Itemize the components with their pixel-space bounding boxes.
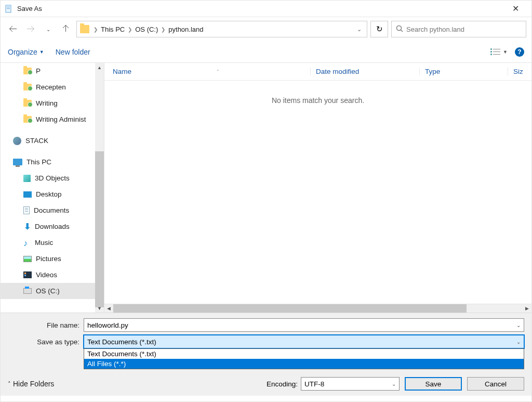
chevron-down-icon: ▼ [39, 49, 44, 55]
svg-rect-6 [490, 51, 492, 53]
sidebar-item-folder[interactable]: Writing [1, 95, 104, 111]
sidebar-item-folder[interactable]: Recepten [1, 79, 104, 95]
search-icon [396, 25, 403, 34]
forward-button[interactable]: 🡢 [23, 22, 38, 36]
sidebar-item-this-pc[interactable]: This PC [1, 154, 104, 170]
svg-rect-1 [7, 7, 10, 7]
chevron-right-icon: ❯ [160, 27, 166, 32]
app-icon [5, 5, 13, 13]
folder-icon [23, 68, 32, 74]
chevron-up-icon: ˄ [8, 381, 11, 387]
sidebar-item-drive-c[interactable]: OS (C:) [1, 283, 104, 299]
chevron-down-icon[interactable]: ⌄ [516, 339, 521, 345]
hide-folders-toggle[interactable]: ˄ Hide Folders [8, 380, 54, 388]
column-header-type[interactable]: Type [419, 68, 508, 75]
svg-rect-9 [493, 51, 500, 52]
close-button[interactable]: ✕ [503, 4, 527, 14]
horizontal-scrollbar[interactable]: ◀ ▶ [104, 304, 531, 313]
music-icon: ♪ [23, 239, 31, 247]
svg-rect-10 [493, 54, 500, 55]
svg-line-4 [401, 30, 403, 32]
breadcrumb-segment[interactable]: This PC [101, 25, 125, 33]
chevron-down-icon[interactable]: ⌄ [357, 26, 364, 33]
savetype-option-txt[interactable]: Text Documents (*.txt) [84, 349, 524, 359]
column-header-name[interactable]: Name˄ [113, 68, 310, 75]
column-headers: Name˄ Date modified Type Siz [104, 63, 531, 81]
savetype-combo[interactable]: Text Documents (*.txt) ⌄ [84, 335, 524, 348]
search-placeholder: Search python.land [406, 25, 464, 33]
sort-indicator-icon: ˄ [217, 69, 219, 74]
folder-icon [80, 25, 89, 33]
scrollbar-thumb[interactable] [113, 304, 467, 313]
cube-icon [23, 175, 31, 182]
breadcrumb-segment[interactable]: OS (C:) [135, 25, 158, 33]
filename-label: File name: [8, 321, 84, 329]
pc-icon [13, 159, 22, 165]
encoding-label: Encoding: [267, 380, 301, 388]
svg-rect-8 [493, 49, 500, 49]
folder-icon [23, 116, 32, 123]
back-button[interactable]: 🡠 [6, 22, 20, 36]
sidebar-item-folder[interactable]: P [1, 63, 104, 79]
scroll-left-icon[interactable]: ◀ [104, 304, 113, 313]
picture-icon [23, 256, 32, 262]
savetype-dropdown: Text Documents (*.txt) All Files (*.*) [84, 348, 524, 369]
folder-icon [23, 84, 32, 90]
desktop-icon [23, 191, 32, 198]
svg-rect-5 [490, 48, 492, 50]
refresh-button[interactable]: ↻ [370, 21, 388, 37]
svg-point-3 [397, 25, 402, 30]
empty-message: No items match your search. [104, 81, 531, 105]
video-icon [23, 271, 32, 278]
encoding-combo[interactable]: UTF-8 ⌄ [301, 377, 400, 391]
download-icon: ⬇ [23, 223, 31, 230]
scrollbar-thumb[interactable] [95, 151, 104, 307]
savetype-option-all[interactable]: All Files (*.*) [84, 359, 524, 369]
cancel-button[interactable]: Cancel [467, 377, 524, 391]
drive-icon [23, 288, 32, 294]
sidebar-item-pictures[interactable]: Pictures [1, 251, 104, 267]
svg-rect-7 [490, 54, 492, 55]
chevron-down-icon[interactable]: ⌄ [516, 322, 521, 328]
search-input[interactable]: Search python.land [391, 21, 526, 37]
sidebar-scrollbar[interactable]: ▲ ▼ [95, 63, 104, 313]
view-options-button[interactable]: ▼ [490, 48, 508, 56]
sidebar-item-music[interactable]: ♪Music [1, 235, 104, 251]
organize-menu[interactable]: Organize ▼ [8, 48, 44, 56]
address-bar[interactable]: ❯ This PC ❯ OS (C:) ❯ python.land ⌄ [76, 21, 367, 37]
breadcrumb-segment[interactable]: python.land [168, 25, 203, 33]
save-button[interactable]: Save [405, 377, 462, 391]
folder-icon [23, 100, 32, 107]
chevron-down-icon[interactable]: ⌄ [392, 381, 396, 387]
column-header-size[interactable]: Siz [508, 68, 531, 75]
sidebar-item-stack[interactable]: STACK [1, 133, 104, 149]
svg-rect-2 [7, 8, 10, 9]
sidebar-item-3d-objects[interactable]: 3D Objects [1, 170, 104, 186]
window-title: Save As [17, 5, 503, 12]
new-folder-button[interactable]: New folder [56, 48, 90, 56]
stack-icon [13, 137, 21, 145]
scroll-down-icon[interactable]: ▼ [95, 304, 104, 313]
sidebar-item-videos[interactable]: Videos [1, 267, 104, 283]
sidebar-item-downloads[interactable]: ⬇Downloads [1, 218, 104, 235]
filename-input[interactable]: helloworld.py ⌄ [84, 318, 524, 332]
navigation-pane: P Recepten Writing Writing Administ STAC… [1, 63, 104, 313]
sidebar-item-desktop[interactable]: Desktop [1, 186, 104, 202]
sidebar-item-folder[interactable]: Writing Administ [1, 111, 104, 127]
chevron-right-icon: ❯ [127, 27, 133, 32]
chevron-right-icon: ❯ [92, 27, 99, 32]
up-button[interactable]: 🡡 [59, 22, 73, 36]
column-header-date[interactable]: Date modified [310, 68, 419, 75]
sidebar-item-documents[interactable]: Documents [1, 202, 104, 218]
scroll-right-icon[interactable]: ▶ [523, 304, 531, 313]
savetype-label: Save as type: [8, 338, 84, 346]
chevron-down-icon: ▼ [503, 49, 508, 55]
help-button[interactable]: ? [515, 47, 524, 57]
recent-chevron[interactable]: ⌄ [41, 22, 56, 36]
document-icon [23, 206, 30, 214]
scroll-up-icon[interactable]: ▲ [95, 63, 104, 72]
